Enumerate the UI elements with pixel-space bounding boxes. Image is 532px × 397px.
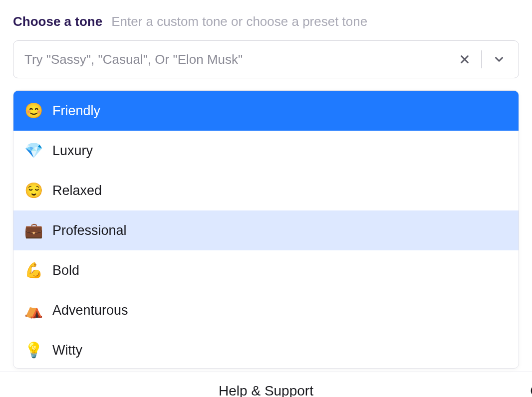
tone-option-friendly[interactable]: 😊 Friendly [13,91,519,131]
tone-option-label: Witty [52,343,82,358]
input-divider [481,50,482,68]
tone-option-label: Luxury [52,143,93,159]
input-controls [457,50,508,68]
tone-option-bold[interactable]: 💪 Bold [13,250,519,290]
chevron-down-icon [493,53,506,66]
flex-icon: 💪 [24,263,41,278]
tone-option-witty[interactable]: 💡 Witty [13,330,519,369]
tone-option-professional[interactable]: 💼 Professional [13,210,519,250]
header-subtitle: Enter a custom tone or choose a preset t… [111,14,367,29]
footer-help-link[interactable]: Help & Support [219,383,313,397]
tone-option-label: Friendly [52,103,100,119]
tone-selector: Choose a tone Enter a custom tone or cho… [0,0,532,369]
tone-option-label: Relaxed [52,183,102,198]
tone-option-label: Bold [52,263,79,278]
header-title: Choose a tone [13,14,102,29]
gem-icon: 💎 [24,143,41,158]
close-icon [459,54,470,65]
clear-button[interactable] [457,52,472,67]
relieved-face-icon: 😌 [24,183,41,198]
dropdown-toggle[interactable] [491,51,508,68]
briefcase-icon: 💼 [24,223,41,238]
footer-right-fragment: Co [530,383,532,397]
tone-option-relaxed[interactable]: 😌 Relaxed [13,171,519,210]
tone-input-wrapper[interactable] [13,40,519,78]
tone-input[interactable] [24,41,457,78]
header: Choose a tone Enter a custom tone or cho… [13,14,519,29]
footer: ny Help & Support Co [0,372,532,397]
tone-option-label: Professional [52,223,127,238]
lightbulb-icon: 💡 [24,343,41,358]
tone-option-luxury[interactable]: 💎 Luxury [13,131,519,171]
tone-dropdown: 😊 Friendly 💎 Luxury 😌 Relaxed 💼 Professi… [13,90,519,369]
tone-option-adventurous[interactable]: ⛺ Adventurous [13,290,519,330]
smile-icon: 😊 [24,103,41,118]
tent-icon: ⛺ [24,303,41,318]
tone-option-label: Adventurous [52,303,128,318]
